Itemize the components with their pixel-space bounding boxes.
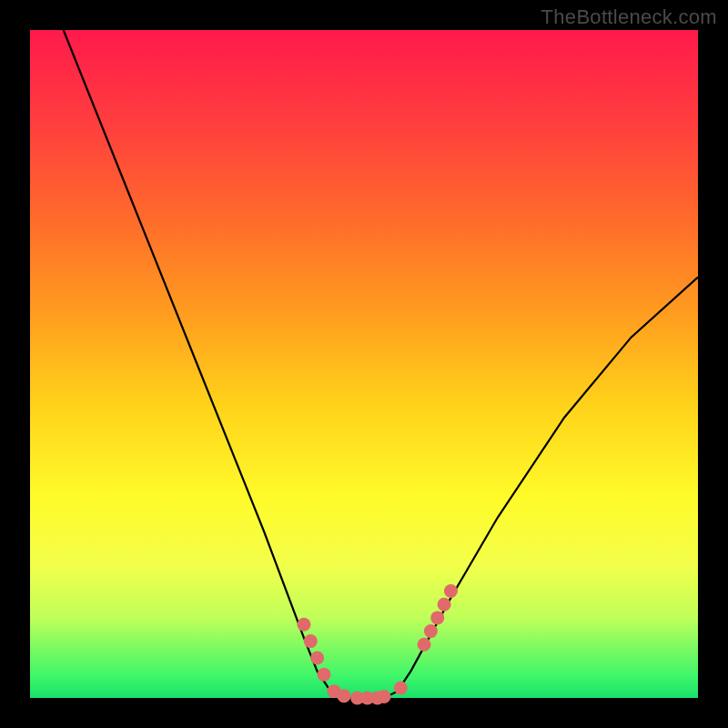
curve-marker [317,668,330,682]
curve-marker [337,689,350,703]
curve-marker [444,584,458,598]
curve-marker [304,634,318,648]
curve-marker [394,681,408,694]
curve-marker [418,638,431,652]
chart-svg [30,30,698,698]
marker-group [297,584,457,704]
curve-marker [424,624,438,638]
curve-marker [430,611,444,624]
curve-marker [297,618,310,632]
curve-marker [310,651,324,664]
watermark-text: TheBottleneck.com [541,5,717,29]
curve-line [64,30,698,698]
curve-marker [438,598,451,612]
curve-marker [378,690,391,703]
